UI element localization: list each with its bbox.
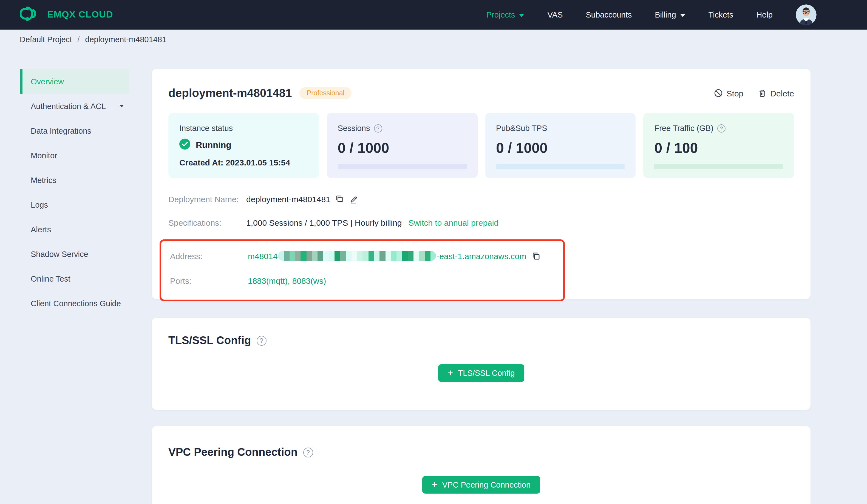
- nav-item-help[interactable]: Help: [756, 10, 773, 19]
- check-circle-icon: [179, 139, 190, 152]
- sidebar-item-label: Data Integrations: [31, 126, 91, 135]
- ports-label: Ports:: [170, 276, 248, 285]
- deployment-info: Deployment Name: deployment-m4801481: [168, 192, 794, 301]
- usage-progress-bar: [496, 164, 625, 169]
- nav-item-label: Tickets: [708, 10, 734, 19]
- sidebar-item-label: Metrics: [31, 176, 56, 184]
- sidebar-item-data-integrations[interactable]: Data Integrations: [20, 118, 129, 143]
- help-icon[interactable]: ?: [374, 124, 382, 132]
- redaction-block: [346, 251, 352, 261]
- stat-value: 0 / 1000: [496, 140, 625, 157]
- stat-label-text: Free Traffic (GB): [654, 124, 714, 133]
- help-icon[interactable]: ?: [303, 447, 313, 457]
- sidebar-item-alerts[interactable]: Alerts: [20, 217, 129, 242]
- specifications-label: Specifications:: [168, 218, 246, 227]
- redaction-block: [391, 251, 397, 261]
- edit-icon[interactable]: [349, 194, 358, 204]
- nav-item-tickets[interactable]: Tickets: [708, 10, 734, 19]
- breadcrumb-project[interactable]: Default Project: [20, 35, 72, 44]
- redaction-block: [414, 251, 419, 261]
- delete-label: Delete: [770, 88, 794, 98]
- redaction-block: [363, 251, 368, 261]
- delete-button[interactable]: Delete: [758, 88, 794, 98]
- help-icon[interactable]: ?: [256, 336, 266, 346]
- redaction-block: [352, 251, 357, 261]
- address-label: Address:: [170, 251, 248, 261]
- redaction-block: [329, 251, 335, 261]
- plus-icon: +: [432, 480, 437, 489]
- redaction-block: [334, 251, 340, 261]
- trash-icon: [758, 89, 767, 98]
- nav-item-subaccounts[interactable]: Subaccounts: [586, 10, 632, 19]
- sidebar-item-label: Online Test: [31, 274, 71, 283]
- stats-row: Instance statusRunningCreated At: 2023.0…: [168, 113, 794, 178]
- copy-address-icon[interactable]: [531, 251, 540, 261]
- vpc-peering-section: VPC Peering Connection ? + VPC Peering C…: [152, 426, 811, 504]
- redaction-block: [380, 251, 386, 261]
- stop-icon: [714, 89, 723, 98]
- chevron-down-icon: [119, 105, 124, 107]
- ports-value: 1883(mqtt), 8083(ws): [248, 276, 326, 285]
- specifications-row: Specifications: 1,000 Sessions / 1,000 T…: [168, 216, 794, 229]
- nav-item-vas[interactable]: VAS: [548, 10, 563, 19]
- stop-button[interactable]: Stop: [714, 88, 743, 98]
- status-text: Running: [196, 140, 232, 150]
- nav-item-label: Billing: [655, 10, 676, 19]
- sidebar-item-metrics[interactable]: Metrics: [20, 168, 129, 192]
- sidebar-item-label: Shadow Service: [31, 250, 88, 258]
- redaction-block: [306, 251, 312, 261]
- deployment-header: deployment-m4801481 Professional Stop: [168, 87, 794, 100]
- sidebar-item-client-connections-guide[interactable]: Client Connections Guide: [20, 291, 129, 316]
- stat-card-instance-status: Instance statusRunningCreated At: 2023.0…: [168, 113, 319, 178]
- stat-card-free-traffic-gb: Free Traffic (GB)?0 / 100: [643, 113, 794, 178]
- add-vpc-peering-button[interactable]: + VPC Peering Connection: [422, 476, 540, 494]
- stat-label: Sessions?: [338, 124, 467, 133]
- specifications-value: 1,000 Sessions / 1,000 TPS | Hourly bill…: [246, 218, 402, 227]
- sidebar-item-monitor[interactable]: Monitor: [20, 143, 129, 168]
- address-suffix: -east-1.amazonaws.com: [437, 251, 526, 261]
- add-tls-ssl-config-button[interactable]: + TLS/SSL Config: [438, 364, 524, 382]
- nav-item-label: VAS: [548, 10, 563, 19]
- created-at-text: Created At: 2023.01.05 15:54: [179, 158, 308, 167]
- top-navbar: EMQX CLOUD ProjectsVASSubaccountsBilling…: [0, 0, 867, 30]
- stat-label: Instance status: [179, 124, 308, 133]
- nav-item-billing[interactable]: Billing: [655, 10, 685, 19]
- sidebar-item-shadow-service[interactable]: Shadow Service: [20, 242, 129, 266]
- sidebar-item-online-test[interactable]: Online Test: [20, 266, 129, 291]
- redaction-block: [301, 251, 307, 261]
- main-content: deployment-m4801481 Professional Stop: [152, 69, 811, 504]
- sidebar-item-authentication-acl[interactable]: Authentication & ACL: [20, 94, 129, 118]
- sidebar-item-label: Authentication & ACL: [31, 102, 106, 110]
- redaction-block: [284, 251, 290, 261]
- stat-card-sessions: Sessions?0 / 1000: [327, 113, 478, 178]
- switch-annual-prepaid-link[interactable]: Switch to annual prepaid: [408, 218, 499, 227]
- help-icon[interactable]: ?: [717, 124, 726, 132]
- ports-row: Ports: 1883(mqtt), 8083(ws): [170, 274, 563, 287]
- tls-ssl-title: TLS/SSL Config: [168, 334, 251, 347]
- deployment-overview-card: deployment-m4801481 Professional Stop: [152, 69, 811, 299]
- vpc-peering-title: VPC Peering Connection: [168, 446, 298, 459]
- sidebar-item-label: Client Connections Guide: [31, 299, 121, 308]
- breadcrumb-deployment: deployment-m4801481: [85, 35, 167, 44]
- page: EMQX CLOUD ProjectsVASSubaccountsBilling…: [0, 0, 867, 504]
- copy-icon[interactable]: [335, 195, 344, 203]
- user-avatar[interactable]: [796, 4, 816, 25]
- sidebar-item-logs[interactable]: Logs: [20, 192, 129, 217]
- add-tls-ssl-config-label: TLS/SSL Config: [458, 369, 515, 377]
- breadcrumb: Default Project / deployment-m4801481: [0, 30, 867, 49]
- sidebar-item-overview[interactable]: Overview: [20, 69, 129, 94]
- redaction-block: [312, 251, 318, 261]
- brand-name: EMQX CLOUD: [47, 9, 113, 20]
- redaction-block: [318, 251, 323, 261]
- stat-card-pub-sub-tps: Pub&Sub TPS0 / 1000: [485, 113, 636, 178]
- add-vpc-peering-label: VPC Peering Connection: [442, 480, 531, 489]
- stop-label: Stop: [727, 88, 743, 98]
- redaction-block: [340, 251, 346, 261]
- nav-item-projects[interactable]: Projects: [486, 10, 525, 19]
- redaction-block: [396, 251, 402, 261]
- address-redacted: [278, 251, 436, 261]
- sidebar-item-label: Monitor: [31, 151, 57, 160]
- brand-logo[interactable]: EMQX CLOUD: [20, 6, 113, 24]
- redaction-block: [385, 251, 391, 261]
- nav-item-label: Projects: [486, 10, 515, 19]
